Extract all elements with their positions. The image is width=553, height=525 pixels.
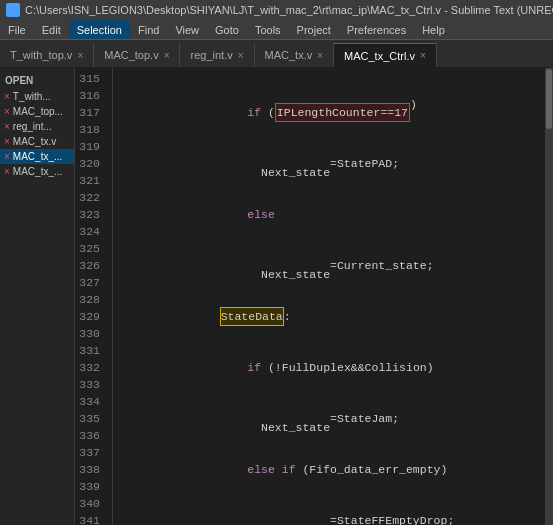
sidebar-item-5[interactable]: ×MAC_tx_... bbox=[0, 149, 74, 164]
menu-help[interactable]: Help bbox=[414, 20, 453, 39]
line-321: Next_state=StateJam; bbox=[123, 410, 553, 427]
sidebar-close-2[interactable]: × bbox=[4, 106, 10, 117]
line-318: Next_state=Current_state; bbox=[123, 257, 553, 274]
tab-reg-int[interactable]: reg_int.v × bbox=[180, 43, 254, 67]
editor[interactable]: 315316317318 319320321322 323324325326 3… bbox=[75, 68, 553, 525]
line-315: if (IPLengthCounter==17) bbox=[123, 104, 553, 121]
menu-file[interactable]: File bbox=[0, 20, 34, 39]
sidebar-item-4[interactable]: ×MAC_tx.v bbox=[0, 134, 74, 149]
line-numbers: 315316317318 319320321322 323324325326 3… bbox=[75, 68, 113, 525]
sidebar-close-5[interactable]: × bbox=[4, 151, 10, 162]
menu-goto[interactable]: Goto bbox=[207, 20, 247, 39]
code-content: if (IPLengthCounter==17) Next_state=Stat… bbox=[113, 68, 553, 525]
sidebar-item-2[interactable]: ×MAC_top... bbox=[0, 104, 74, 119]
tab-mac-top[interactable]: MAC_top.v × bbox=[94, 43, 180, 67]
title-text: C:\Users\ISN_LEGION3\Desktop\SHIYAN\LJ\T… bbox=[25, 4, 553, 16]
close-tab-5[interactable]: × bbox=[420, 50, 426, 61]
line-322: else if (Fifo_data_err_empty) bbox=[123, 461, 553, 478]
close-tab-2[interactable]: × bbox=[164, 50, 170, 61]
scrollbar-vertical[interactable] bbox=[545, 68, 553, 525]
menu-view[interactable]: View bbox=[167, 20, 207, 39]
line-316: Next_state=StatePAD; bbox=[123, 155, 553, 172]
sidebar-item-1[interactable]: ×T_with... bbox=[0, 89, 74, 104]
code-area: 315316317318 319320321322 323324325326 3… bbox=[75, 68, 553, 525]
close-tab-3[interactable]: × bbox=[238, 50, 244, 61]
sidebar-close-6[interactable]: × bbox=[4, 166, 10, 177]
tab-t-with-top[interactable]: T_with_top.v × bbox=[0, 43, 94, 67]
menu-project[interactable]: Project bbox=[289, 20, 339, 39]
close-tab-1[interactable]: × bbox=[77, 50, 83, 61]
sidebar: OPEN ×T_with... ×MAC_top... ×reg_int... … bbox=[0, 68, 75, 525]
title-bar: C:\Users\ISN_LEGION3\Desktop\SHIYAN\LJ\T… bbox=[0, 0, 553, 20]
line-319: StateData: bbox=[123, 308, 553, 325]
menu-tools[interactable]: Tools bbox=[247, 20, 289, 39]
tab-mac-tx[interactable]: MAC_tx.v × bbox=[255, 43, 335, 67]
line-317: else bbox=[123, 206, 553, 223]
menu-selection[interactable]: Selection bbox=[69, 20, 130, 39]
scrollbar-thumb[interactable] bbox=[546, 69, 552, 129]
sidebar-close-3[interactable]: × bbox=[4, 121, 10, 132]
sidebar-item-3[interactable]: ×reg_int... bbox=[0, 119, 74, 134]
main-area: OPEN ×T_with... ×MAC_top... ×reg_int... … bbox=[0, 68, 553, 525]
sidebar-title: OPEN bbox=[0, 72, 74, 89]
menu-bar: File Edit Selection Find View Goto Tools… bbox=[0, 20, 553, 40]
tab-bar: T_with_top.v × MAC_top.v × reg_int.v × M… bbox=[0, 40, 553, 68]
sidebar-close-4[interactable]: × bbox=[4, 136, 10, 147]
tab-mac-tx-ctrl[interactable]: MAC_tx_Ctrl.v × bbox=[334, 43, 437, 67]
menu-preferences[interactable]: Preferences bbox=[339, 20, 414, 39]
menu-find[interactable]: Find bbox=[130, 20, 167, 39]
sidebar-close-1[interactable]: × bbox=[4, 91, 10, 102]
line-320: if (!FullDuplex&&Collision) bbox=[123, 359, 553, 376]
sidebar-item-6[interactable]: ×MAC_tx_... bbox=[0, 164, 74, 179]
line-323: Next_state=StateFFEmptyDrop; bbox=[123, 512, 553, 525]
close-tab-4[interactable]: × bbox=[317, 50, 323, 61]
app-icon bbox=[6, 3, 20, 17]
menu-edit[interactable]: Edit bbox=[34, 20, 69, 39]
